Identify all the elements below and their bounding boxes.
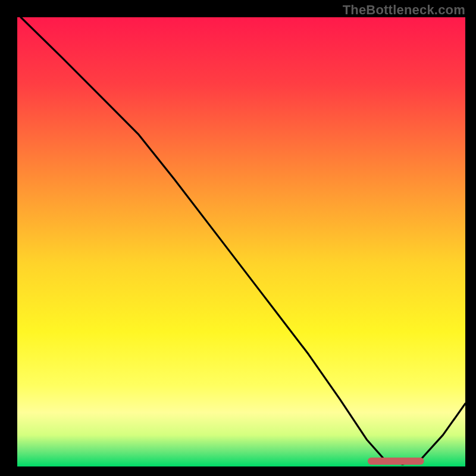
watermark-text: TheBottleneck.com xyxy=(343,2,465,18)
chart-background xyxy=(17,17,465,466)
chart-plot-area xyxy=(17,17,465,466)
chart-svg xyxy=(17,17,465,466)
